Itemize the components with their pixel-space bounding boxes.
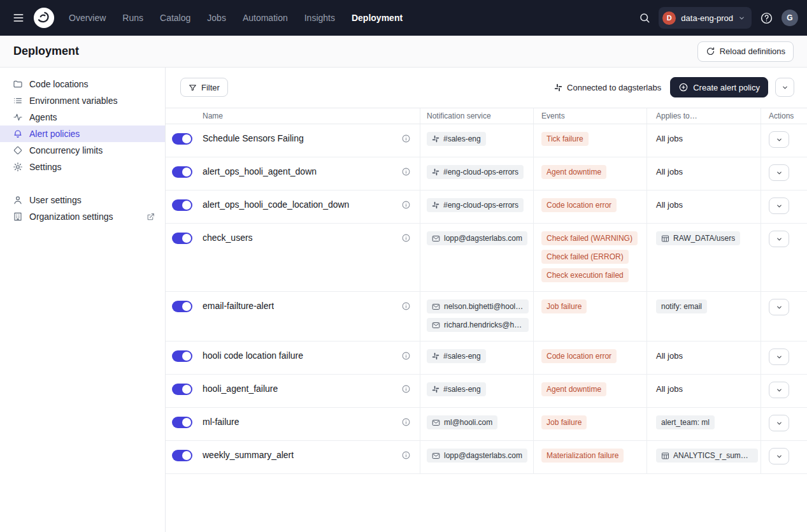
row-actions-button[interactable]: [769, 349, 789, 365]
nav-item-runs[interactable]: Runs: [122, 13, 143, 23]
chevron-down-icon: [776, 169, 783, 176]
sidebar-item-label: Environment variables: [29, 96, 118, 106]
sidebar-item-code-locations[interactable]: Code locations: [0, 76, 165, 92]
menu-icon[interactable]: [9, 8, 28, 27]
column-header-name: Name: [197, 108, 420, 124]
actions-cell: [761, 375, 807, 407]
table-row: Schedule Sensors Failing#sales-engTick f…: [166, 124, 807, 157]
row-actions-button[interactable]: [769, 231, 789, 247]
enable-toggle[interactable]: [172, 301, 192, 312]
info-icon[interactable]: [401, 200, 411, 210]
applies-to-cell: All jobs: [647, 341, 761, 374]
event-label: Check failed (WARNING): [546, 234, 632, 243]
notification-cell: lopp@dagsterlabs.com: [420, 224, 534, 291]
reload-definitions-button[interactable]: Reload definitions: [697, 41, 794, 62]
info-icon[interactable]: [401, 384, 411, 394]
enable-toggle[interactable]: [172, 417, 192, 428]
help-icon[interactable]: [760, 11, 773, 25]
toggle-cell: [166, 191, 197, 223]
event-label: Job failure: [546, 418, 582, 427]
info-icon[interactable]: [401, 450, 411, 460]
info-icon[interactable]: [401, 233, 411, 243]
nav-item-jobs[interactable]: Jobs: [207, 13, 226, 23]
info-icon[interactable]: [401, 417, 411, 427]
name-cell: hooli code location failure: [197, 341, 420, 374]
event-label: Agent downtime: [546, 168, 601, 176]
plus-icon: [678, 82, 689, 92]
events-cell: Code location error: [534, 191, 647, 223]
info-icon[interactable]: [401, 301, 411, 311]
applies-to-cell: All jobs: [647, 191, 761, 223]
row-actions-button[interactable]: [769, 448, 789, 464]
column-header-actions: Actions: [761, 108, 807, 124]
sidebar-item-organization-settings[interactable]: Organization settings: [0, 208, 165, 225]
sidebar-item-agents[interactable]: Agents: [0, 109, 165, 126]
sidebar-item-concurrency-limits[interactable]: Concurrency limits: [0, 142, 165, 159]
applies-to-text: All jobs: [656, 382, 683, 396]
create-policy-menu-button[interactable]: [775, 78, 794, 97]
dagster-logo[interactable]: [33, 7, 55, 29]
enable-toggle[interactable]: [172, 133, 192, 145]
info-icon[interactable]: [401, 167, 411, 176]
enable-toggle[interactable]: [172, 233, 192, 244]
applies-to-label: RAW_DATA/users: [673, 234, 735, 243]
sidebar-item-settings[interactable]: Settings: [0, 159, 165, 175]
row-actions-button[interactable]: [769, 164, 789, 181]
sidebar-spacer: [0, 175, 165, 192]
user-avatar[interactable]: G: [782, 10, 798, 26]
diamond-icon: [13, 145, 23, 155]
nav-item-deployment[interactable]: Deployment: [352, 13, 403, 23]
chevron-down-icon: [776, 136, 783, 143]
actions-cell: [761, 341, 807, 374]
enable-toggle[interactable]: [172, 450, 192, 461]
table-row: weekly_summary_alertlopp@dagsterlabs.com…: [166, 441, 807, 474]
email-icon: [432, 303, 440, 311]
enable-toggle[interactable]: [172, 166, 192, 178]
row-actions-button[interactable]: [769, 198, 789, 214]
email-icon: [432, 321, 440, 329]
enable-toggle[interactable]: [172, 199, 192, 211]
row-actions-button[interactable]: [769, 131, 789, 148]
info-icon[interactable]: [401, 134, 411, 143]
filter-button[interactable]: Filter: [180, 78, 228, 97]
notification-cell: lopp@dagsterlabs.com: [420, 441, 534, 473]
toggle-knob: [182, 234, 191, 243]
table-icon: [661, 234, 669, 243]
row-actions-button[interactable]: [769, 415, 789, 431]
row-actions-button[interactable]: [769, 299, 789, 315]
applies-to-cell: RAW_DATA/users: [647, 224, 761, 291]
name-cell: weekly_summary_alert: [197, 441, 420, 473]
applies-to-cell: notify: email: [647, 292, 761, 341]
sidebar-item-environment-variables[interactable]: Environment variables: [0, 92, 165, 109]
enable-toggle[interactable]: [172, 384, 192, 395]
search-icon[interactable]: [639, 12, 650, 24]
nav-item-insights[interactable]: Insights: [304, 13, 335, 23]
reload-icon: [706, 47, 715, 56]
nav-item-catalog[interactable]: Catalog: [160, 13, 190, 23]
row-actions-button[interactable]: [769, 382, 789, 398]
event-label: Tick failure: [546, 134, 583, 143]
name-cell: Schedule Sensors Failing: [197, 124, 420, 157]
toggle-cell: [166, 292, 197, 341]
event-tag: Code location error: [541, 349, 617, 363]
nav-item-automation[interactable]: Automation: [243, 13, 288, 23]
info-icon[interactable]: [401, 351, 411, 361]
event-tag: Agent downtime: [541, 382, 606, 396]
applies-to-cell: ANALYTICS_r_summary: [647, 441, 761, 473]
chevron-down-icon: [782, 84, 789, 91]
policy-name: check_users: [203, 233, 253, 243]
sidebar-item-alert-policies[interactable]: Alert policies: [0, 126, 165, 142]
toggle-knob: [182, 418, 191, 427]
enable-toggle[interactable]: [172, 350, 192, 362]
chevron-down-icon: [776, 203, 783, 210]
sidebar-item-user-settings[interactable]: User settings: [0, 192, 165, 208]
actions-cell: [761, 124, 807, 157]
nav-item-overview[interactable]: Overview: [69, 13, 106, 23]
deployment-name: data-eng-prod: [681, 13, 733, 23]
create-alert-policy-button[interactable]: Create alert policy: [670, 77, 768, 97]
event-label: Agent downtime: [546, 385, 601, 394]
table-row: check_userslopp@dagsterlabs.comCheck fai…: [166, 224, 807, 292]
notification-tag: #eng-cloud-ops-errors: [427, 165, 524, 179]
alert-policies-content: Filter Connected to dagsterlabs Create a…: [166, 68, 807, 532]
deployment-switcher[interactable]: D data-eng-prod: [659, 7, 752, 29]
